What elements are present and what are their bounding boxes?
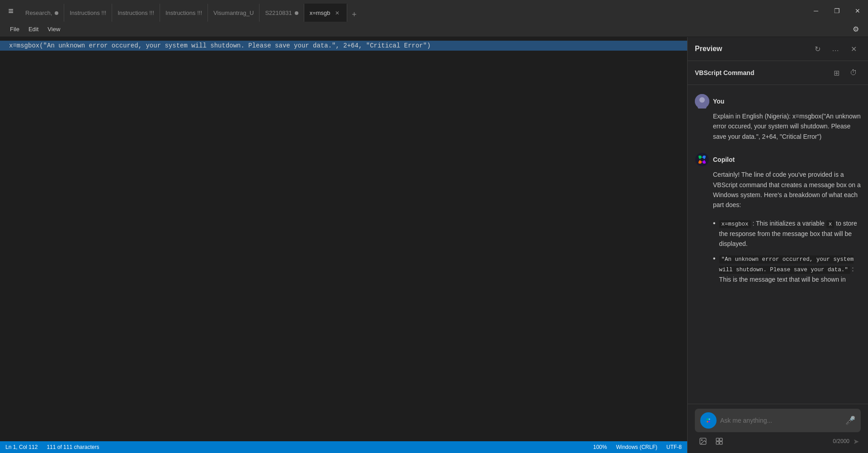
copilot-message: Copilot Certainly! The line of code you'…	[688, 149, 868, 293]
tab-label: Instructions !!!	[70, 9, 106, 16]
chat-input-wrapper: 🎤	[695, 409, 861, 432]
settings-button[interactable]: ⚙	[849, 23, 863, 36]
window-controls: ─ ❐ ✕	[806, 0, 868, 22]
bullet-text-1: x=msgbox : This initializes a variable x…	[719, 218, 861, 249]
user-message-header: You	[695, 94, 861, 109]
svg-point-6	[708, 420, 709, 421]
tab-label: Research,	[25, 9, 52, 16]
more-options-button[interactable]: …	[828, 42, 843, 56]
app-icon: ≡	[4, 4, 18, 18]
tool-button[interactable]	[713, 435, 726, 448]
bullet-code-2: "An unknown error occurred, your system …	[719, 255, 854, 274]
tab-instructions-1[interactable]: Instructions !!!	[64, 4, 112, 22]
menu-bar: File Edit View ⚙	[0, 22, 868, 37]
cursor-position[interactable]: Ln 1, Col 112	[5, 444, 38, 450]
menu-file[interactable]: File	[5, 24, 24, 34]
tab-label: x=msgb	[310, 9, 330, 16]
grid-icon-button[interactable]: ⊞	[829, 66, 844, 80]
image-upload-button[interactable]	[697, 435, 709, 448]
title-bar: ≡ Research,Instructions !!!Instructions …	[0, 0, 868, 22]
bullet-code-1b: x	[826, 220, 835, 228]
close-button[interactable]: ✕	[847, 0, 868, 22]
tab-label: Instructions !!!	[118, 9, 154, 16]
copilot-section-header: VBScript Command ⊞ ⏱	[688, 61, 868, 85]
tab-xmsgbox[interactable]: x=msgb✕	[304, 4, 347, 22]
preview-title: Preview	[695, 45, 807, 53]
copilot-section-title-text: VBScript Command	[695, 69, 754, 76]
bullet-dot-1: •	[713, 219, 716, 249]
preview-header-icons: ↻ … ✕	[810, 42, 861, 56]
add-tab-button[interactable]: +	[347, 7, 362, 22]
menu-view[interactable]: View	[43, 24, 65, 34]
tab-research[interactable]: Research,	[20, 4, 64, 22]
tab-label: S2210831	[265, 9, 292, 16]
status-right: 100% Windows (CRLF) UTF-8	[593, 444, 682, 450]
character-count: 111 of 111 characters	[47, 444, 99, 450]
tab-instructions-3[interactable]: Instructions !!!	[160, 4, 208, 22]
character-counter: 0/2000 ➤	[833, 437, 859, 446]
chat-input-footer: 0/2000 ➤	[695, 432, 861, 448]
refresh-button[interactable]: ↻	[810, 42, 825, 56]
tab-instructions-2[interactable]: Instructions !!!	[112, 4, 160, 22]
copilot-name: Copilot	[713, 156, 735, 163]
svg-point-1	[699, 97, 705, 103]
preview-panel: Preview ↻ … ✕ VBScript Command ⊞	[687, 37, 868, 453]
copilot-bullet-1: • x=msgbox : This initializes a variable…	[713, 218, 861, 249]
tab-label: Instructions !!!	[165, 9, 202, 16]
minimize-button[interactable]: ─	[806, 0, 826, 22]
copilot-avatar	[695, 152, 709, 167]
history-icon-button[interactable]: ⏱	[846, 66, 861, 80]
svg-rect-10	[720, 438, 722, 441]
main-layout: x=msgbox("An unknown error occured, your…	[0, 37, 868, 453]
user-message-text: Explain in English (Nigeria): x=msgbox("…	[713, 111, 861, 142]
copilot-input-icon[interactable]	[700, 412, 717, 429]
code-line: x=msgbox("An unknown error occured, your…	[0, 41, 440, 51]
close-preview-button[interactable]: ✕	[846, 42, 861, 56]
copilot-intro-text: Certainly! The line of code you've provi…	[713, 170, 861, 210]
bullet-dot-2: •	[713, 255, 716, 284]
chat-area[interactable]: You Explain in English (Nigeria): x=msgb…	[688, 85, 868, 404]
preview-header: Preview ↻ … ✕	[688, 37, 868, 61]
chat-input-tools	[697, 435, 726, 448]
status-bar: Ln 1, Col 112 111 of 111 characters 100%…	[0, 441, 687, 453]
send-button[interactable]: ➤	[853, 437, 859, 446]
encoding[interactable]: UTF-8	[666, 444, 682, 450]
bullet-code-1: x=msgbox	[719, 220, 751, 228]
svg-point-4	[700, 158, 704, 161]
maximize-button[interactable]: ❐	[826, 0, 847, 22]
copilot-bullet-2: • "An unknown error occurred, your syste…	[713, 254, 861, 284]
eol-type[interactable]: Windows (CRLF)	[616, 444, 657, 450]
svg-rect-11	[716, 442, 719, 444]
copilot-message-header: Copilot	[695, 152, 861, 167]
svg-point-8	[701, 439, 702, 440]
zoom-level[interactable]: 100%	[593, 444, 607, 450]
tabs-container: Research,Instructions !!!Instructions !!…	[20, 0, 806, 22]
user-avatar	[695, 94, 709, 109]
user-name: You	[713, 98, 724, 105]
tab-s2210831[interactable]: S2210831	[259, 4, 304, 22]
menu-edit[interactable]: Edit	[24, 24, 43, 34]
editor-content[interactable]: x=msgbox("An unknown error occured, your…	[0, 37, 687, 441]
tab-dirty-indicator	[295, 11, 298, 15]
tab-close-button[interactable]: ✕	[333, 9, 341, 17]
mic-icon[interactable]: 🎤	[845, 415, 855, 425]
svg-rect-9	[716, 438, 719, 441]
tab-visumantrag[interactable]: Visumantrag_U	[208, 4, 259, 22]
chat-input-area: 🎤	[688, 404, 868, 453]
tab-dirty-indicator	[55, 11, 58, 15]
svg-rect-12	[720, 442, 722, 444]
editor-area: x=msgbox("An unknown error occured, your…	[0, 37, 687, 453]
editor-line-1[interactable]: x=msgbox("An unknown error occured, your…	[0, 41, 687, 51]
chat-input[interactable]	[720, 417, 842, 424]
user-message: You Explain in English (Nigeria): x=msgb…	[688, 90, 868, 145]
tab-label: Visumantrag_U	[213, 9, 254, 16]
bullet-text-2: "An unknown error occurred, your system …	[719, 254, 861, 284]
